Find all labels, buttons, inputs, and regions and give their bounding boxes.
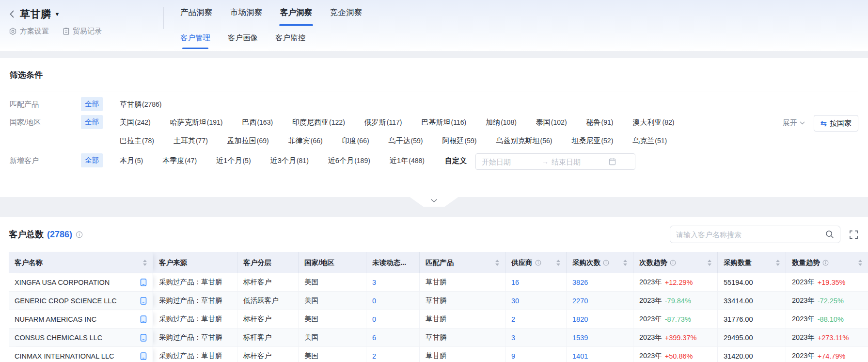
supplier-count-link[interactable]: 16 bbox=[511, 279, 519, 286]
info-icon[interactable] bbox=[822, 260, 829, 266]
filter-country-all[interactable]: 全部 bbox=[81, 115, 103, 129]
tab-customer-insight[interactable]: 客户洞察 bbox=[280, 0, 312, 25]
fullscreen-icon[interactable] bbox=[849, 230, 858, 239]
table-row[interactable]: CINMAX INTERNATIONAL LLC 采购过产品：草甘膦 标杆客户 … bbox=[9, 347, 868, 362]
unread-count-link[interactable]: 0 bbox=[372, 297, 376, 305]
unread-count-link[interactable]: 2 bbox=[372, 352, 376, 360]
collapse-filter-button[interactable] bbox=[410, 197, 458, 207]
customer-tier: 标杆客户 bbox=[237, 310, 299, 328]
new-customer-filter-item[interactable]: 近3个月81 bbox=[270, 156, 309, 165]
purchase-times-link[interactable]: 2270 bbox=[572, 297, 588, 305]
date-range-picker[interactable]: → bbox=[475, 153, 635, 170]
country-filter-item[interactable]: 乌克兰51 bbox=[632, 136, 667, 146]
country-filter-item[interactable]: 巴基斯坦116 bbox=[421, 118, 466, 127]
back-icon[interactable] bbox=[9, 10, 16, 18]
sort-icon[interactable] bbox=[139, 260, 147, 266]
scheme-settings-button[interactable]: 方案设置 bbox=[9, 27, 49, 36]
sort-icon[interactable] bbox=[854, 260, 862, 266]
customer-tier: 标杆客户 bbox=[237, 273, 299, 291]
subtab-customer-profile[interactable]: 客户画像 bbox=[228, 25, 258, 50]
info-icon[interactable] bbox=[670, 260, 676, 266]
country-filter-item[interactable]: 乌兹别克斯坦56 bbox=[496, 136, 552, 146]
table-row[interactable]: GENERIC CROP SCIENCE LLC 采购过产品：草甘膦 低活跃客户… bbox=[9, 292, 868, 310]
contact-icon[interactable] bbox=[140, 334, 147, 342]
country-filter-item[interactable]: 孟加拉国69 bbox=[227, 136, 269, 146]
purchase-times-link[interactable]: 1539 bbox=[572, 334, 588, 342]
tab-product-insight[interactable]: 产品洞察 bbox=[180, 0, 212, 25]
custom-date-link[interactable]: 自定义 bbox=[445, 153, 467, 165]
country-filter-item[interactable]: 土耳其77 bbox=[174, 136, 208, 146]
matched-product: 草甘膦 bbox=[420, 329, 505, 346]
country-filter-item[interactable]: 菲律宾66 bbox=[288, 136, 323, 146]
customer-name[interactable]: XINGFA USA CORPORATION bbox=[15, 279, 110, 286]
by-country-button[interactable]: ⇆ 按国家 bbox=[814, 115, 858, 132]
purchase-times-link[interactable]: 1401 bbox=[572, 352, 588, 360]
new-customer-filter-item[interactable]: 近6个月189 bbox=[328, 156, 370, 165]
country-filter-item[interactable]: 坦桑尼亚52 bbox=[571, 136, 613, 146]
country-filter-item[interactable]: 泰国102 bbox=[536, 118, 567, 127]
new-customer-filter-item[interactable]: 近1个月5 bbox=[216, 156, 251, 165]
contact-icon[interactable] bbox=[140, 279, 147, 286]
supplier-count-link[interactable]: 3 bbox=[511, 334, 515, 342]
tab-competitor-insight[interactable]: 竞企洞察 bbox=[330, 0, 362, 25]
sort-icon[interactable] bbox=[491, 260, 499, 266]
info-icon[interactable] bbox=[603, 260, 609, 266]
end-date-input[interactable] bbox=[552, 158, 609, 166]
country-filter-item[interactable]: 阿根廷59 bbox=[442, 136, 477, 146]
unread-count-link[interactable]: 6 bbox=[372, 334, 376, 342]
country-filter-item[interactable]: 加纳108 bbox=[486, 118, 517, 127]
customer-country: 美国 bbox=[299, 329, 366, 346]
product-filter-item[interactable]: 草甘膦2786 bbox=[120, 100, 162, 109]
unread-count-link[interactable]: 3 bbox=[372, 279, 376, 286]
col-suppliers: 供应商 bbox=[505, 252, 567, 273]
supplier-count-link[interactable]: 2 bbox=[511, 315, 515, 323]
subtab-customer-management[interactable]: 客户管理 bbox=[180, 25, 210, 50]
unread-count-link[interactable]: 0 bbox=[372, 315, 376, 323]
supplier-count-link[interactable]: 30 bbox=[511, 297, 519, 305]
new-customer-filter-item[interactable]: 本季度47 bbox=[162, 156, 197, 165]
filter-product-all[interactable]: 全部 bbox=[81, 97, 103, 111]
purchase-times-link[interactable]: 1820 bbox=[572, 315, 588, 323]
country-filter-item[interactable]: 乌干达59 bbox=[389, 136, 423, 146]
subtab-customer-monitor[interactable]: 客户监控 bbox=[275, 25, 305, 50]
country-filter-item[interactable]: 美国242 bbox=[120, 118, 151, 127]
search-input[interactable] bbox=[676, 230, 825, 239]
country-filter-item[interactable]: 印度尼西亚122 bbox=[292, 118, 345, 127]
customer-name[interactable]: GENERIC CROP SCIENCE LLC bbox=[15, 297, 117, 305]
table-row[interactable]: XINGFA USA CORPORATION 采购过产品：草甘膦 标杆客户 美国… bbox=[9, 273, 868, 292]
filter-new-customer-all[interactable]: 全部 bbox=[81, 153, 103, 167]
customer-name[interactable]: CINMAX INTERNATIONAL LLC bbox=[15, 352, 114, 360]
customer-search-box[interactable] bbox=[670, 226, 840, 243]
country-filter-item[interactable]: 巴拉圭78 bbox=[120, 136, 154, 146]
sort-icon[interactable] bbox=[619, 260, 627, 266]
search-icon[interactable] bbox=[825, 230, 834, 239]
caret-down-icon[interactable]: ▼ bbox=[55, 11, 60, 17]
country-filter-item[interactable]: 俄罗斯117 bbox=[364, 118, 402, 127]
sort-icon[interactable] bbox=[772, 260, 780, 266]
sort-icon[interactable] bbox=[552, 260, 560, 266]
country-filter-item[interactable]: 澳大利亚82 bbox=[632, 118, 674, 127]
purchase-times-link[interactable]: 3826 bbox=[572, 279, 588, 286]
tab-market-insight[interactable]: 市场洞察 bbox=[230, 0, 262, 25]
customer-name[interactable]: NUFARM AMERICAS INC bbox=[15, 315, 96, 323]
table-row[interactable]: CONSUS CHEMICALS LLC 采购过产品：草甘膦 标杆客户 美国 6… bbox=[9, 329, 868, 347]
country-filter-item[interactable]: 哈萨克斯坦191 bbox=[170, 118, 223, 127]
contact-icon[interactable] bbox=[140, 315, 147, 323]
contact-icon[interactable] bbox=[140, 352, 147, 360]
info-icon[interactable] bbox=[76, 231, 83, 238]
country-filter-item[interactable]: 巴西163 bbox=[242, 118, 273, 127]
new-customer-filter-item[interactable]: 本月5 bbox=[120, 156, 143, 165]
filter-row-product: 匹配产品 全部 草甘膦2786 bbox=[10, 97, 858, 111]
customer-name[interactable]: CONSUS CHEMICALS LLC bbox=[15, 334, 102, 342]
trade-records-button[interactable]: 贸易记录 bbox=[63, 27, 102, 36]
new-customer-filter-item[interactable]: 近1年488 bbox=[390, 156, 425, 165]
contact-icon[interactable] bbox=[140, 297, 147, 305]
table-row[interactable]: NUFARM AMERICAS INC 采购过产品：草甘膦 标杆客户 美国 0 … bbox=[9, 310, 868, 329]
info-icon[interactable] bbox=[535, 260, 541, 266]
sort-icon[interactable] bbox=[704, 260, 711, 266]
country-filter-item[interactable]: 秘鲁91 bbox=[586, 118, 614, 127]
supplier-count-link[interactable]: 9 bbox=[511, 352, 515, 360]
start-date-input[interactable] bbox=[482, 158, 539, 166]
expand-link[interactable]: 展开 bbox=[783, 115, 805, 128]
country-filter-item[interactable]: 印度66 bbox=[342, 136, 369, 146]
